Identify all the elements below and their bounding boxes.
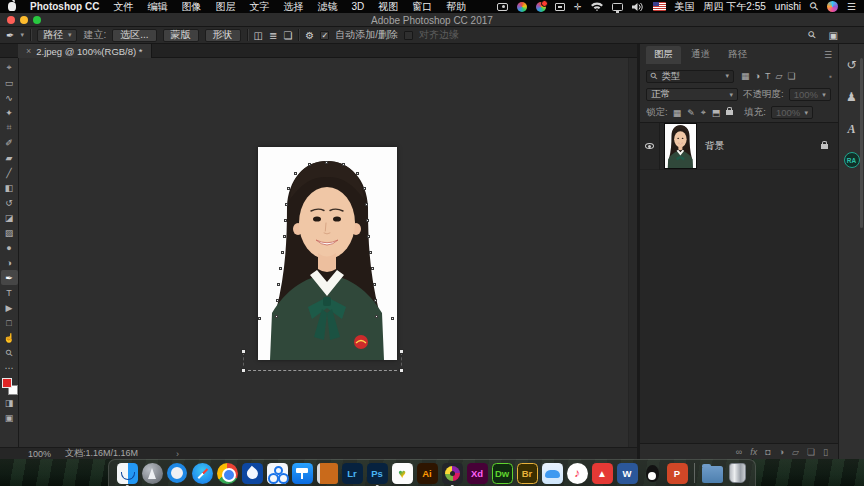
path-alignment-icon[interactable]: ≣	[269, 30, 277, 41]
menu-type[interactable]: 文字	[249, 0, 269, 14]
make-selection-button[interactable]: 选区...	[112, 29, 156, 42]
gear-icon[interactable]: ⚙	[305, 30, 314, 41]
zoom-level-field[interactable]: 100%	[28, 449, 51, 459]
path-anchor[interactable]	[369, 251, 372, 254]
screen-capture-icon[interactable]	[497, 3, 508, 11]
close-tab-icon[interactable]: ×	[26, 46, 31, 56]
quick-selection-tool[interactable]: ✦	[1, 105, 18, 120]
path-anchor[interactable]	[279, 267, 282, 270]
layer-group-icon[interactable]: ▱	[792, 447, 799, 457]
type-filter-icon[interactable]: T	[765, 71, 771, 81]
make-shape-button[interactable]: 形状	[205, 29, 241, 42]
transform-handle[interactable]	[399, 368, 404, 373]
lock-transparency-icon[interactable]: ▦	[673, 108, 682, 118]
transform-handle[interactable]	[399, 349, 404, 354]
menu-image[interactable]: 图像	[181, 0, 201, 14]
path-anchor[interactable]	[283, 235, 286, 238]
pen-tool[interactable]: ✒	[1, 270, 18, 285]
menu-layer[interactable]: 图层	[215, 0, 235, 14]
transform-handle[interactable]	[241, 349, 246, 354]
display-icon[interactable]	[612, 3, 623, 11]
hub-icon[interactable]: ✛	[574, 2, 582, 12]
type-tool[interactable]: T	[1, 285, 18, 300]
siri-icon[interactable]	[827, 1, 838, 12]
layer-mask-icon[interactable]: ◘	[765, 447, 770, 457]
account-avatar[interactable]: RA	[844, 152, 860, 168]
dock-music[interactable]: ♪	[566, 462, 588, 484]
panel-dock-scrollbar[interactable]	[860, 58, 863, 228]
shape-filter-icon[interactable]: ▱	[775, 71, 782, 81]
dodge-tool[interactable]: ◑	[1, 255, 18, 270]
device-icon[interactable]	[555, 3, 565, 11]
tab-channels[interactable]: 通道	[683, 46, 718, 64]
apple-menu-icon[interactable]	[8, 2, 16, 11]
canvas-area[interactable]	[19, 58, 637, 447]
path-anchor[interactable]	[325, 161, 328, 164]
opacity-field[interactable]: 100% ▾	[789, 88, 831, 101]
path-anchor[interactable]	[258, 317, 261, 320]
path-anchor[interactable]	[374, 299, 377, 302]
path-anchor[interactable]	[287, 187, 290, 190]
adjustment-filter-icon[interactable]: ◑	[755, 71, 760, 81]
dock-illustrator[interactable]: Ai	[416, 462, 438, 484]
workspace-switcher-icon[interactable]: ▣	[829, 30, 838, 41]
path-anchor[interactable]	[367, 235, 370, 238]
dock-trash[interactable]	[726, 462, 748, 484]
healing-brush-tool[interactable]: ▰	[1, 150, 18, 165]
brush-tool[interactable]: ╱	[1, 165, 18, 180]
menu-select[interactable]: 选择	[283, 0, 303, 14]
eraser-tool[interactable]: ◪	[1, 210, 18, 225]
history-brush-tool[interactable]: ↺	[1, 195, 18, 210]
align-edges-checkbox[interactable]	[404, 31, 413, 40]
panel-menu-icon[interactable]: ☰	[824, 50, 832, 60]
smart-object-filter-icon[interactable]: ❏	[787, 71, 795, 81]
dock-finder[interactable]	[116, 462, 138, 484]
link-layers-icon[interactable]: ∞	[736, 447, 742, 457]
status-chevron-icon[interactable]: ›	[176, 449, 179, 459]
document-tab[interactable]: × 2.jpeg @ 100%(RGB/8) *	[18, 44, 152, 58]
zoom-tool[interactable]: ⚲	[3, 347, 15, 359]
path-operations-icon[interactable]: ◫	[254, 30, 263, 41]
wifi-icon[interactable]	[591, 2, 603, 11]
pen-preset-icon[interactable]: ✒	[6, 30, 14, 41]
colorful-app-notification-icon[interactable]	[536, 2, 546, 12]
menubar-clock[interactable]: 周四 下午2:55	[704, 0, 766, 14]
dock-cloud-app[interactable]	[541, 462, 563, 484]
dock-notebook[interactable]	[316, 462, 338, 484]
tab-layers[interactable]: 图层	[646, 46, 681, 64]
move-tool[interactable]: ⌖	[1, 60, 18, 75]
quick-mask-button[interactable]: ◨	[1, 395, 18, 410]
menu-edit[interactable]: 编辑	[147, 0, 167, 14]
dock-keynote[interactable]	[291, 462, 313, 484]
dock-circles-app[interactable]	[266, 462, 288, 484]
visibility-cell[interactable]	[640, 123, 660, 170]
spotlight-icon[interactable]: ⚲	[807, 0, 820, 13]
dock-quicktime[interactable]	[166, 462, 188, 484]
lock-all-icon[interactable]	[726, 110, 733, 115]
new-layer-icon[interactable]: ❏	[807, 447, 815, 457]
document-image[interactable]	[258, 147, 397, 360]
layer-filter-dropdown[interactable]: ⚲ 类型 ▾	[646, 70, 734, 83]
dock-safari[interactable]	[191, 462, 213, 484]
path-anchor[interactable]	[365, 203, 368, 206]
path-anchor[interactable]	[285, 203, 288, 206]
path-anchor[interactable]	[277, 283, 280, 286]
search-icon[interactable]: ⚲	[806, 29, 819, 42]
us-flag-icon[interactable]	[653, 2, 666, 11]
eyedropper-tool[interactable]: ✐	[1, 135, 18, 150]
path-anchor[interactable]	[366, 219, 369, 222]
shape-tool[interactable]: □	[1, 315, 18, 330]
tab-paths[interactable]: 路径	[720, 46, 755, 64]
auto-add-delete-checkbox[interactable]: ✓	[320, 31, 329, 40]
dock-lightroom[interactable]: Lr	[341, 462, 363, 484]
path-anchor[interactable]	[363, 187, 366, 190]
transform-box[interactable]	[243, 352, 402, 371]
menu-window[interactable]: 窗口	[412, 0, 432, 14]
notification-center-icon[interactable]: ☰	[847, 1, 856, 12]
layer-thumbnail[interactable]	[665, 124, 696, 168]
path-anchor[interactable]	[375, 315, 378, 318]
menu-file[interactable]: 文件	[113, 0, 133, 14]
dock-browser-bird[interactable]	[241, 462, 263, 484]
volume-icon[interactable]	[632, 2, 644, 12]
path-anchor[interactable]	[281, 251, 284, 254]
